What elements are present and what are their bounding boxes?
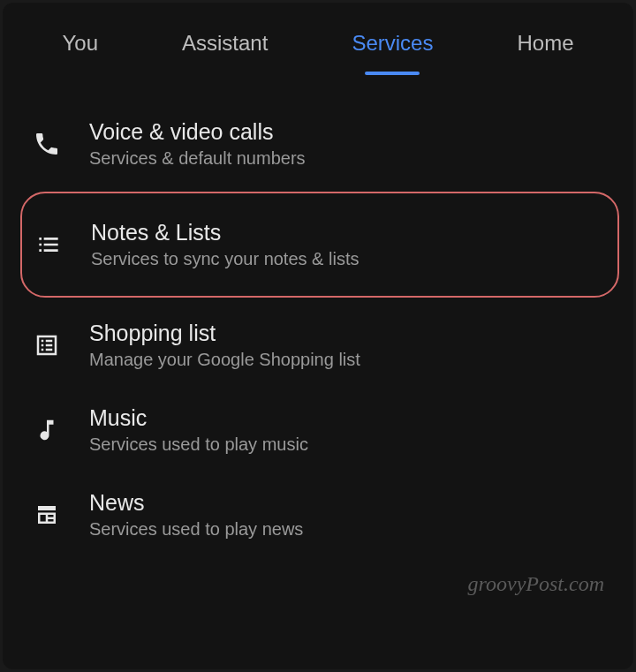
item-text: Music Services used to play music: [89, 405, 308, 455]
item-title: Voice & video calls: [89, 119, 306, 145]
services-list: Voice & video calls Services & default n…: [3, 102, 633, 557]
item-subtitle: Manage your Google Shopping list: [89, 350, 360, 370]
item-text: Voice & video calls Services & default n…: [89, 119, 306, 169]
list-item-voice-video-calls[interactable]: Voice & video calls Services & default n…: [3, 102, 633, 186]
document-list-icon: [29, 328, 64, 363]
tab-services[interactable]: Services: [344, 19, 440, 75]
item-subtitle: Services used to play music: [89, 434, 308, 455]
item-text: News Services used to play news: [89, 490, 303, 540]
list-item-shopping-list[interactable]: Shopping list Manage your Google Shoppin…: [3, 303, 633, 388]
list-item-notes-lists[interactable]: Notes & Lists Services to sync your note…: [20, 192, 619, 298]
phone-icon: [29, 126, 64, 162]
item-title: Shopping list: [89, 321, 360, 346]
item-title: News: [89, 490, 303, 516]
item-subtitle: Services to sync your notes & lists: [91, 249, 359, 269]
item-title: Music: [89, 405, 308, 431]
item-title: Notes & Lists: [91, 220, 359, 245]
news-icon: [29, 497, 64, 532]
music-note-icon: [29, 412, 64, 448]
tab-bar: You Assistant Services Home: [3, 19, 633, 75]
item-text: Notes & Lists Services to sync your note…: [91, 220, 359, 269]
settings-screen: You Assistant Services Home Voice & vide…: [3, 3, 633, 669]
list-item-music[interactable]: Music Services used to play music: [3, 388, 633, 472]
tab-you[interactable]: You: [56, 19, 106, 75]
item-text: Shopping list Manage your Google Shoppin…: [89, 321, 360, 370]
item-subtitle: Services & default numbers: [89, 148, 306, 169]
tab-assistant[interactable]: Assistant: [175, 19, 275, 75]
item-subtitle: Services used to play news: [89, 519, 303, 540]
list-item-news[interactable]: News Services used to play news: [3, 472, 633, 557]
list-icon: [31, 227, 66, 262]
tab-home[interactable]: Home: [510, 19, 580, 75]
